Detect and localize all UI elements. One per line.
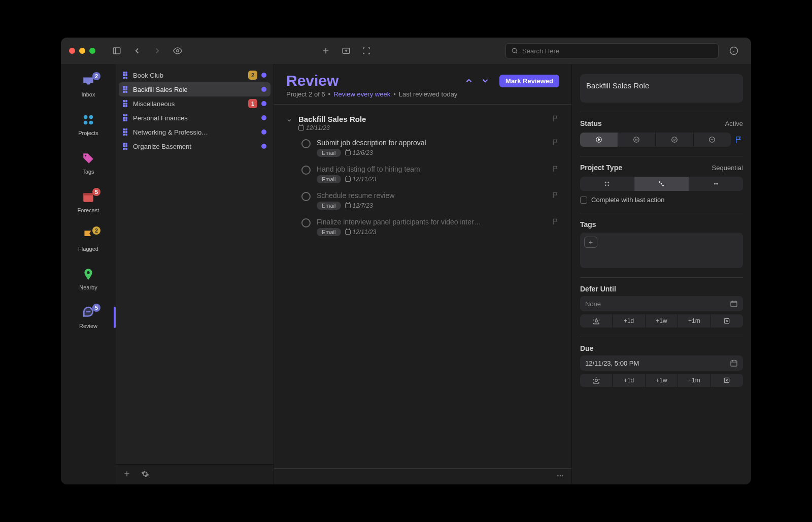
task-tag[interactable]: Email xyxy=(317,228,341,236)
task-title: Schedule resume review xyxy=(317,191,542,200)
nearby-icon xyxy=(81,267,95,281)
svg-point-62 xyxy=(595,379,597,382)
svg-point-17 xyxy=(85,155,86,156)
flag-icon[interactable] xyxy=(552,115,559,124)
review-interval-link[interactable]: Review every week xyxy=(333,90,390,98)
drag-handle-icon xyxy=(123,143,129,150)
due-1d-button[interactable]: +1d xyxy=(612,374,645,387)
rail-flagged[interactable]: 2Flagged xyxy=(61,225,116,255)
minimize-button[interactable] xyxy=(79,48,85,54)
quick-entry-icon[interactable] xyxy=(357,43,376,59)
info-icon[interactable] xyxy=(725,43,743,59)
defer-1m-button[interactable]: +1m xyxy=(678,314,710,328)
mark-reviewed-button[interactable]: Mark Reviewed xyxy=(499,75,559,87)
status-active-button[interactable] xyxy=(580,133,618,147)
add-tag-icon[interactable]: + xyxy=(584,237,597,248)
rail-nearby[interactable]: Nearby xyxy=(61,264,116,293)
flag-icon[interactable] xyxy=(552,165,559,174)
complete-with-last-checkbox[interactable]: Complete with last action xyxy=(580,196,743,204)
review-dot-icon xyxy=(261,144,266,149)
forward-button[interactable] xyxy=(148,43,166,59)
task-date: 12/11/23 xyxy=(345,176,377,183)
rail-projects[interactable]: Projects xyxy=(61,110,116,139)
task-checkbox[interactable] xyxy=(301,139,311,148)
add-icon[interactable] xyxy=(317,43,335,59)
type-parallel-button[interactable] xyxy=(580,177,634,191)
review-subtitle: Project 2 of 6•Review every week•Last re… xyxy=(286,90,559,98)
back-button[interactable] xyxy=(128,43,146,59)
status-completed-button[interactable] xyxy=(655,133,693,147)
project-item[interactable]: Book Club2 xyxy=(119,68,270,82)
svg-line-51 xyxy=(598,323,599,324)
settings-icon[interactable] xyxy=(141,470,149,480)
zoom-button[interactable] xyxy=(89,48,95,54)
rail-tags[interactable]: Tags xyxy=(61,148,116,178)
inspector-title-field[interactable]: Backfill Sales Role xyxy=(580,74,743,103)
defer-clear-button[interactable] xyxy=(710,314,743,328)
sidebar-toggle-icon[interactable] xyxy=(108,43,126,59)
due-today-button[interactable] xyxy=(580,374,612,387)
type-single-button[interactable] xyxy=(689,177,743,191)
flag-icon[interactable] xyxy=(552,139,559,148)
calendar-icon[interactable] xyxy=(730,300,738,308)
rail-label: Nearby xyxy=(79,284,97,290)
defer-1w-button[interactable]: +1w xyxy=(645,314,678,328)
project-item[interactable]: Personal Finances xyxy=(119,111,270,125)
task-tag[interactable]: Email xyxy=(317,175,341,183)
svg-rect-19 xyxy=(83,193,93,195)
status-onhold-button[interactable] xyxy=(618,133,656,147)
rail-forecast[interactable]: 5Forecast xyxy=(61,187,116,216)
defer-date-field[interactable]: None xyxy=(580,296,743,311)
drag-handle-icon xyxy=(123,100,129,107)
task-title: Hand job listing off to hiring team xyxy=(317,165,542,173)
project-item[interactable]: Organize Basement xyxy=(119,139,270,153)
task-row[interactable]: Hand job listing off to hiring team Emai… xyxy=(279,161,566,187)
project-item[interactable]: Miscellaneous1 xyxy=(119,96,270,111)
flag-icon[interactable] xyxy=(552,218,559,227)
svg-line-64 xyxy=(593,382,594,383)
task-checkbox[interactable] xyxy=(301,166,311,175)
rail-inbox[interactable]: 2Inbox xyxy=(61,71,116,101)
defer-quick-row: +1d +1w +1m xyxy=(580,314,743,328)
more-icon[interactable] xyxy=(556,472,564,482)
flag-icon[interactable] xyxy=(552,191,559,201)
calendar-icon[interactable] xyxy=(730,359,738,367)
task-row[interactable]: Finalize interview panel participants fo… xyxy=(279,214,566,240)
project-title: Backfill Sales Role xyxy=(133,86,257,93)
project-item[interactable]: Backfill Sales Role xyxy=(119,82,270,96)
defer-1d-button[interactable]: +1d xyxy=(612,314,645,328)
project-header-row[interactable]: Backfill Sales Role 12/11/23 xyxy=(279,112,566,135)
search-input[interactable] xyxy=(505,43,719,58)
due-1m-button[interactable]: +1m xyxy=(678,374,710,387)
defer-today-button[interactable] xyxy=(580,314,612,328)
task-date: 12/6/23 xyxy=(345,149,373,156)
close-button[interactable] xyxy=(69,48,75,54)
project-item[interactable]: Networking & Professio… xyxy=(119,125,270,139)
due-clear-button[interactable] xyxy=(710,374,743,387)
task-tag[interactable]: Email xyxy=(317,149,341,157)
task-tag[interactable]: Email xyxy=(317,202,341,210)
tags-field[interactable]: + xyxy=(580,233,743,268)
status-dropped-button[interactable] xyxy=(693,133,731,147)
due-1w-button[interactable]: +1w xyxy=(645,374,678,387)
rail-label: Tags xyxy=(82,169,94,175)
task-checkbox[interactable] xyxy=(301,218,311,227)
eye-icon[interactable] xyxy=(168,43,187,59)
add-inbox-icon[interactable] xyxy=(337,43,355,59)
svg-rect-0 xyxy=(113,48,120,54)
task-checkbox[interactable] xyxy=(301,192,311,201)
task-row[interactable]: Submit job description for approval Emai… xyxy=(279,135,566,161)
review-dot-icon xyxy=(261,129,266,135)
flag-toggle-icon[interactable] xyxy=(735,136,743,144)
status-label: Status xyxy=(580,119,602,127)
prev-review-icon[interactable] xyxy=(462,74,476,87)
window-controls xyxy=(69,48,95,54)
next-review-icon[interactable] xyxy=(478,74,492,87)
task-row[interactable]: Schedule resume review Email 12/7/23 xyxy=(279,187,566,214)
rail-review[interactable]: 5Review xyxy=(61,303,116,332)
type-sequential-button[interactable] xyxy=(634,177,688,191)
due-date-field[interactable]: 12/11/23, 5:00 PM xyxy=(580,355,743,371)
project-list-footer xyxy=(116,464,274,484)
add-project-icon[interactable] xyxy=(123,470,131,480)
disclosure-icon[interactable] xyxy=(286,116,293,125)
